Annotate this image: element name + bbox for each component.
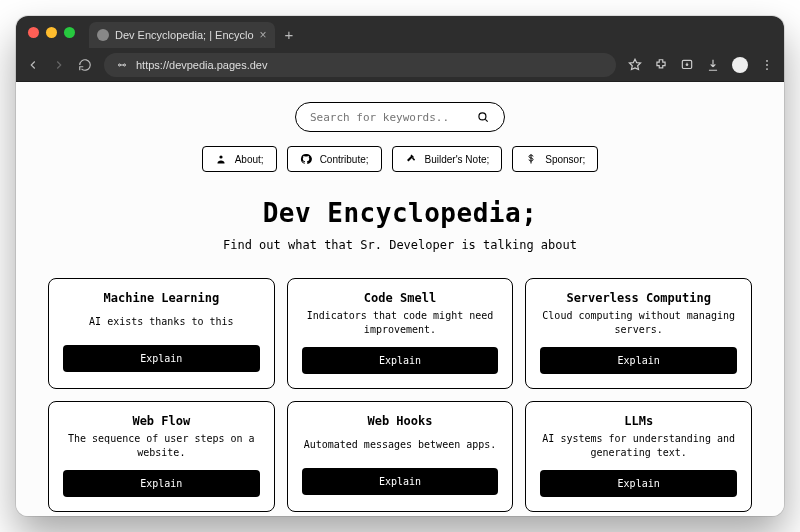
explain-button[interactable]: Explain	[63, 470, 260, 497]
browser-tab[interactable]: Dev Encyclopedia; | Encyclo ×	[89, 22, 275, 48]
svg-point-1	[124, 64, 126, 66]
window-controls	[28, 27, 75, 38]
person-icon	[215, 153, 227, 165]
card-description: Indicators that code might need improvem…	[302, 309, 499, 337]
search-input[interactable]	[310, 111, 468, 124]
svg-rect-8	[411, 158, 414, 161]
hammer-icon	[405, 153, 417, 165]
card-title: Machine Learning	[104, 291, 220, 305]
card-description: Automated messages between apps.	[304, 432, 497, 458]
nav-builder-button[interactable]: Builder's Note;	[392, 146, 503, 172]
card-title: LLMs	[624, 414, 653, 428]
page-content: About;Contribute;Builder's Note;Sponsor;…	[16, 82, 784, 516]
address-bar[interactable]: https://devpedia.pages.dev	[104, 53, 616, 77]
reload-button[interactable]	[78, 58, 92, 72]
nav-item-label: Contribute;	[320, 154, 369, 165]
card: Machine LearningAI exists thanks to this…	[48, 278, 275, 389]
new-tab-button[interactable]: +	[285, 26, 294, 43]
nav-about-button[interactable]: About;	[202, 146, 277, 172]
extensions-button[interactable]	[654, 58, 668, 72]
favicon-icon	[97, 29, 109, 41]
explain-button[interactable]: Explain	[302, 468, 499, 495]
search-field[interactable]	[295, 102, 505, 132]
search-wrap	[16, 82, 784, 132]
install-button[interactable]	[680, 58, 694, 72]
card-description: The sequence of user steps on a website.	[63, 432, 260, 460]
card: Code SmellIndicators that code might nee…	[287, 278, 514, 389]
card-description: AI exists thanks to this	[89, 309, 234, 335]
github-icon	[300, 153, 312, 165]
card-description: AI systems for understanding and generat…	[540, 432, 737, 460]
close-window-button[interactable]	[28, 27, 39, 38]
browser-window: Dev Encyclopedia; | Encyclo × +	[16, 16, 784, 516]
page-subtitle: Find out what that Sr. Developer is talk…	[16, 238, 784, 252]
svg-point-0	[119, 64, 121, 66]
explain-button[interactable]: Explain	[540, 347, 737, 374]
close-tab-button[interactable]: ×	[260, 29, 267, 41]
search-icon	[476, 110, 490, 124]
card: Web FlowThe sequence of user steps on a …	[48, 401, 275, 512]
explain-button[interactable]: Explain	[302, 347, 499, 374]
nav-contrib-button[interactable]: Contribute;	[287, 146, 382, 172]
profile-avatar[interactable]	[732, 57, 748, 73]
svg-point-4	[766, 64, 768, 66]
card-title: Serverless Computing	[566, 291, 711, 305]
nav-item-label: Builder's Note;	[425, 154, 490, 165]
maximize-window-button[interactable]	[64, 27, 75, 38]
downloads-button[interactable]	[706, 58, 720, 72]
card: Serverless ComputingCloud computing with…	[525, 278, 752, 389]
site-info-icon[interactable]	[116, 59, 128, 71]
overflow-menu-button[interactable]	[760, 58, 774, 72]
explain-button[interactable]: Explain	[63, 345, 260, 372]
card-title: Code Smell	[364, 291, 436, 305]
svg-point-7	[219, 155, 222, 158]
page-title: Dev Encyclopedia;	[16, 198, 784, 228]
svg-point-3	[766, 59, 768, 61]
url-text: https://devpedia.pages.dev	[136, 59, 267, 71]
toolbar-actions	[628, 57, 774, 73]
explain-button[interactable]: Explain	[540, 470, 737, 497]
svg-point-5	[766, 68, 768, 70]
browser-toolbar: https://devpedia.pages.dev	[16, 48, 784, 82]
svg-point-6	[479, 113, 486, 120]
nav-item-label: About;	[235, 154, 264, 165]
tab-strip: Dev Encyclopedia; | Encyclo × +	[16, 16, 784, 48]
card-title: Web Hooks	[367, 414, 432, 428]
back-button[interactable]	[26, 58, 40, 72]
nav-sponsor-button[interactable]: Sponsor;	[512, 146, 598, 172]
bookmark-button[interactable]	[628, 58, 642, 72]
browser-chrome: Dev Encyclopedia; | Encyclo × +	[16, 16, 784, 82]
card: Web HooksAutomated messages between apps…	[287, 401, 514, 512]
forward-button[interactable]	[52, 58, 66, 72]
card: LLMsAI systems for understanding and gen…	[525, 401, 752, 512]
cards-grid: Machine LearningAI exists thanks to this…	[16, 252, 784, 516]
tab-title: Dev Encyclopedia; | Encyclo	[115, 29, 254, 41]
card-description: Cloud computing without managing servers…	[540, 309, 737, 337]
card-title: Web Flow	[132, 414, 190, 428]
dollar-icon	[525, 153, 537, 165]
nav-item-label: Sponsor;	[545, 154, 585, 165]
minimize-window-button[interactable]	[46, 27, 57, 38]
nav-buttons: About;Contribute;Builder's Note;Sponsor;	[16, 146, 784, 172]
